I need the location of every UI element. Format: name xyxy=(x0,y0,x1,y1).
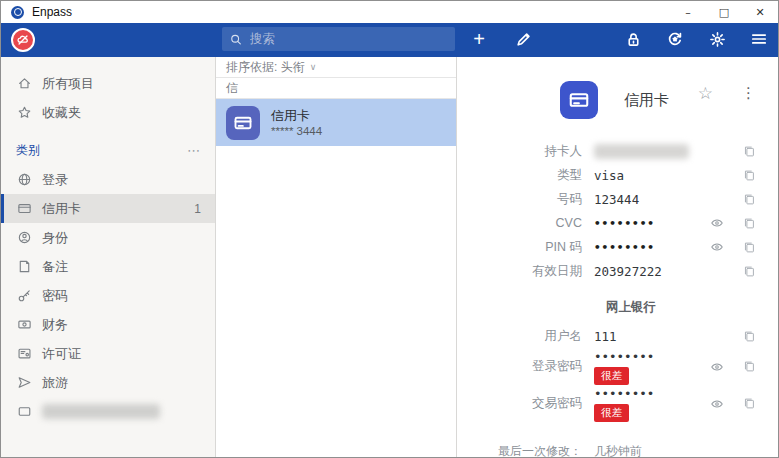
password-strength-badge: 很差 xyxy=(594,404,629,422)
copy-button[interactable] xyxy=(732,217,766,230)
edit-button[interactable] xyxy=(507,25,539,53)
sort-by-label: 排序依据: 头衔 xyxy=(226,59,305,76)
home-icon xyxy=(16,76,32,92)
field-row-type: 类型 visa xyxy=(457,163,766,187)
copy-button[interactable] xyxy=(732,169,766,182)
sync-disabled-icon[interactable] xyxy=(11,28,35,52)
credit-card-icon xyxy=(16,201,32,217)
add-item-button[interactable]: + xyxy=(463,25,495,53)
field-row-login-password: 登录密码 •••••••• 很差 xyxy=(457,348,766,385)
field-row-username: 用户名 111 xyxy=(457,324,766,348)
globe-icon xyxy=(16,172,32,188)
metadata-block: 最后一次修改： 几秒钟前 创建： 几秒钟前 xyxy=(457,440,766,457)
enpass-app-icon xyxy=(11,6,24,19)
field-value: 111 xyxy=(594,329,702,344)
reveal-button[interactable] xyxy=(702,216,732,230)
field-row-pin: PIN 码 •••••••• xyxy=(457,235,766,259)
blurred-value xyxy=(594,144,689,159)
field-row-number: 号码 123444 xyxy=(457,187,766,211)
field-row-cardholder: 持卡人 xyxy=(457,139,766,163)
sync-button[interactable] xyxy=(659,25,691,53)
masked-value: •••••••• xyxy=(594,217,702,230)
copy-button[interactable] xyxy=(732,241,766,254)
sidebar-item-login[interactable]: 登录 xyxy=(1,165,215,194)
search-box[interactable] xyxy=(222,27,455,51)
copy-button[interactable] xyxy=(732,397,766,410)
toolbar: + xyxy=(1,23,778,57)
title-bar: Enpass – □ ✕ xyxy=(1,1,778,23)
field-value: 123444 xyxy=(594,192,702,207)
sidebar-section-categories: 类别 ⋯ xyxy=(1,135,215,165)
copy-button[interactable] xyxy=(732,265,766,278)
sidebar-item-all-items[interactable]: 所有项目 xyxy=(1,69,215,98)
copy-button[interactable] xyxy=(732,145,766,158)
copy-button[interactable] xyxy=(732,360,766,373)
field-row-expiry: 有效日期 203927222 xyxy=(457,259,766,283)
list-item-title: 信用卡 xyxy=(271,108,322,124)
credit-card-detail-icon xyxy=(560,81,598,119)
sidebar-item-credit-card[interactable]: 信用卡 1 xyxy=(1,194,215,223)
meta-row-modified: 最后一次修改： 几秒钟前 xyxy=(457,440,766,457)
minimize-button[interactable]: – xyxy=(670,1,706,23)
reveal-button[interactable] xyxy=(702,240,732,254)
window-title: Enpass xyxy=(32,5,72,19)
group-header: 信 xyxy=(216,78,456,99)
sidebar-item-favorites[interactable]: 收藏夹 xyxy=(1,98,215,127)
search-icon xyxy=(230,33,242,46)
note-icon xyxy=(16,259,32,275)
redacted-label xyxy=(42,404,160,419)
copy-button[interactable] xyxy=(732,330,766,343)
close-button[interactable]: ✕ xyxy=(742,1,778,23)
gear-icon xyxy=(709,31,726,48)
sidebar-item-finance[interactable]: 财务 xyxy=(1,310,215,339)
list-item-subtitle: ***** 3444 xyxy=(271,124,322,138)
item-count-badge: 1 xyxy=(194,202,201,216)
main-menu-button[interactable] xyxy=(743,25,775,53)
copy-button[interactable] xyxy=(732,193,766,206)
sidebar-item-password[interactable]: 密码 xyxy=(1,281,215,310)
favorite-star-button[interactable]: ☆ xyxy=(698,83,713,104)
reveal-button[interactable] xyxy=(702,360,732,374)
detail-pane: 信用卡 ☆ ⋮ 持卡人 类型 visa xyxy=(457,57,778,457)
field-value: visa xyxy=(594,168,702,183)
license-icon xyxy=(16,346,32,362)
folder-outline-icon xyxy=(16,404,32,420)
password-strength-badge: 很差 xyxy=(594,367,629,385)
lock-button[interactable] xyxy=(617,25,649,53)
sort-bar[interactable]: 排序依据: 头衔 ∨ xyxy=(216,57,456,78)
field-value: 203927222 xyxy=(594,264,702,279)
credit-card-item-icon xyxy=(226,106,260,140)
detail-title: 信用卡 xyxy=(624,91,669,110)
sidebar-item-license[interactable]: 许可证 xyxy=(1,339,215,368)
item-list-pane: 排序依据: 头衔 ∨ 信 信用卡 ***** 3444 xyxy=(216,57,457,457)
section-header-online-banking: 网上银行 xyxy=(606,299,766,316)
sync-icon xyxy=(666,30,684,48)
pencil-icon xyxy=(515,31,532,48)
masked-value: •••••••• xyxy=(594,241,702,254)
lock-icon xyxy=(625,31,642,48)
list-item-credit-card[interactable]: 信用卡 ***** 3444 xyxy=(216,99,456,146)
sidebar-item-identity[interactable]: 身份 xyxy=(1,223,215,252)
field-row-cvc: CVC •••••••• xyxy=(457,211,766,235)
star-icon xyxy=(16,105,32,121)
sidebar-item-redacted[interactable] xyxy=(1,397,215,426)
search-input[interactable] xyxy=(250,32,447,46)
field-row-transaction-password: 交易密码 •••••••• 很差 xyxy=(457,385,766,422)
enpass-window: Enpass – □ ✕ + xyxy=(1,1,778,457)
masked-value: •••••••• xyxy=(594,349,702,364)
money-icon xyxy=(16,317,32,333)
maximize-button[interactable]: □ xyxy=(706,1,742,23)
item-menu-button[interactable]: ⋮ xyxy=(741,84,756,102)
sidebar-item-travel[interactable]: 旅游 xyxy=(1,368,215,397)
sidebar-item-notes[interactable]: 备注 xyxy=(1,252,215,281)
categories-more-button[interactable]: ⋯ xyxy=(187,143,201,158)
detail-header: 信用卡 ☆ ⋮ xyxy=(560,81,766,119)
reveal-button[interactable] xyxy=(702,397,732,411)
settings-button[interactable] xyxy=(701,25,733,53)
chevron-down-icon: ∨ xyxy=(310,62,317,72)
plane-icon xyxy=(16,375,32,391)
hamburger-icon xyxy=(750,30,768,48)
key-icon xyxy=(16,288,32,304)
person-icon xyxy=(16,230,32,246)
masked-value: •••••••• xyxy=(594,386,702,401)
